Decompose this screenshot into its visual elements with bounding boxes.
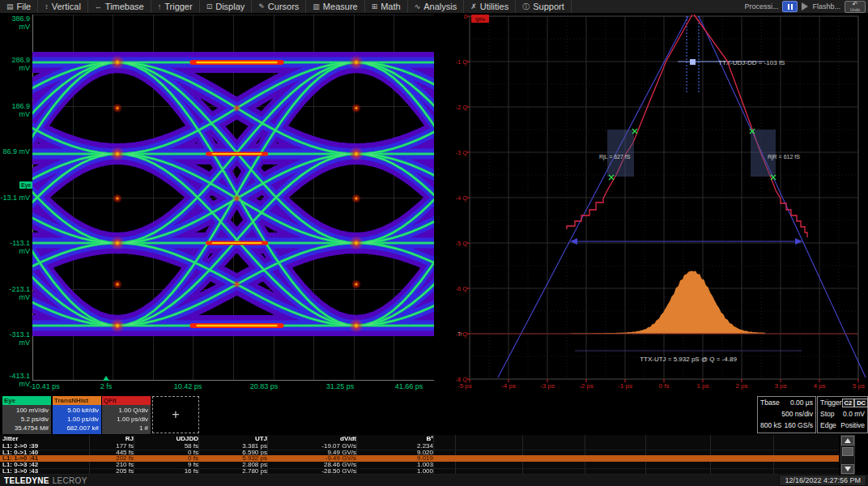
qfit-population: 1 #: [102, 424, 148, 433]
eye-y-axis-label: -113.1 mV: [0, 239, 30, 255]
transnhist-vscale: 5.00 k#/div: [53, 406, 99, 415]
menu-item-label: Analysis: [423, 2, 457, 11]
menu-item-analysis[interactable]: ∿Analysis: [408, 0, 465, 13]
trigger-icon: ↑: [158, 2, 162, 11]
trigger-source-badge: C2: [842, 399, 855, 407]
table-cell: 5.932 ps: [206, 455, 267, 462]
menu-item-label: File: [17, 2, 32, 11]
trigger-marker-label: 2 fs: [100, 382, 113, 390]
table-cell: 9.020: [377, 450, 433, 456]
menu-bar: ▤File↕Vertical↔Timebase↑Trigger⊡Display✎…: [0, 0, 868, 14]
qplot-axis-label: -4 Q: [455, 194, 467, 202]
eye-x-axis-label: -10.41 ps: [29, 382, 60, 390]
table-header-cell: B²: [377, 435, 433, 443]
table-cell: 0 fs: [142, 450, 198, 456]
scroll-up-button[interactable]: [841, 436, 854, 446]
table-row[interactable]: L1: 1->0 :41202 fs0 fs5.932 ps-9.49 GV/s…: [0, 455, 839, 462]
menu-item-label: Utilities: [480, 2, 508, 11]
eye-diagram-plot[interactable]: [32, 15, 434, 381]
play-button play-icon[interactable]: [802, 2, 808, 11]
menu-item-vertical[interactable]: ↕Vertical: [38, 0, 88, 13]
vertical-icon: ↕: [45, 2, 49, 11]
qplot-axis-label: -6 Q: [455, 285, 467, 292]
table-cell: 58 fs: [142, 443, 198, 450]
timebase-icon: ↔: [95, 2, 102, 11]
table-cell: 1.000: [377, 468, 433, 475]
eye-x-axis-label: 10.42 ps: [174, 382, 202, 390]
eye-y-axis-label: 86.9 mV: [0, 147, 30, 156]
rjr-fit-region[interactable]: [751, 130, 776, 177]
add-trace-tile[interactable]: +: [152, 396, 199, 433]
menu-item-label: Vertical: [52, 2, 81, 11]
table-scrollbar[interactable]: [840, 435, 855, 475]
oscilloscope-screen: ▤File↕Vertical↔Timebase↑Trigger⊡Display✎…: [0, 0, 868, 486]
measure-icon: ▥: [313, 2, 320, 11]
menu-item-utilities[interactable]: ✗Utilities: [464, 0, 516, 13]
descriptor-qfit-title: QFit: [102, 396, 151, 405]
table-cell: 445 fs: [77, 450, 134, 456]
arrow-down-icon: [845, 467, 851, 471]
qplot-axis-label: -5 Q: [455, 240, 467, 247]
plus-icon: +: [172, 407, 179, 422]
menu-item-trigger[interactable]: ↑Trigger: [151, 0, 200, 13]
table-cell: -28.50 GV/s: [287, 468, 356, 475]
descriptor-qfit[interactable]: QFit 1.00 Q/div 1.00 ps/div 1 #: [102, 396, 151, 433]
table-cell: 6.590 ps: [206, 450, 267, 456]
undo-button[interactable]: ↶ Undo: [845, 1, 866, 13]
menu-item-label: Measure: [323, 2, 358, 11]
analysis-icon: ∿: [415, 2, 421, 11]
processing-status: Processi...: [744, 2, 778, 11]
menu-item-file[interactable]: ▤File: [0, 0, 38, 13]
qfit-curve-left: [567, 15, 692, 229]
jitter-table: JitterRJUDJDDUTJdV/dtB²L1: 2->0 :39177 f…: [0, 435, 839, 475]
qfit-bathtub-plot[interactable]: 0-1 Q-2 Q-3 Q-4 Q-5 Q-6 Q-7 Q-8 Q-5 ps-4…: [453, 13, 868, 395]
menu-item-label: Math: [381, 2, 400, 11]
file-icon: ▤: [6, 2, 14, 11]
menu-item-support[interactable]: ⓘSupport: [516, 0, 572, 13]
eye-y-axis-label: -13.1 mV: [0, 194, 30, 202]
eye-vscale: 100 mV/div: [2, 406, 49, 415]
qplot-axis-label: 0: [464, 13, 467, 20]
table-cell: 0 fs: [142, 455, 198, 462]
qplot-axis-label: -1 Q: [455, 58, 467, 66]
timebase-samples: 800 kS: [760, 420, 781, 431]
timebase-label: Tbase: [760, 397, 780, 408]
descriptor-transnhist-title: TransNHist: [53, 396, 101, 405]
descriptor-eye[interactable]: Eye 100 mV/div 5.2 ps/div 35.4754 M#: [2, 396, 51, 433]
menu-item-math[interactable]: ⊞Math: [365, 0, 408, 13]
menu-item-display[interactable]: ⊡Display: [200, 0, 253, 13]
trigger-box[interactable]: TriggerC2DC Stop0.0 mV EdgePositive: [817, 396, 868, 433]
scroll-down-button[interactable]: [841, 464, 854, 474]
timebase-box[interactable]: Tbase0.00 µs 500 ns/div 800 kS160 GS/s: [757, 396, 816, 433]
timebase-scale: 500 ns/div: [781, 408, 813, 420]
menu-item-timebase[interactable]: ↔Timebase: [88, 0, 151, 13]
descriptor-eye-title: Eye: [2, 396, 51, 405]
rjl-annotation: RjL = 627 fS: [599, 154, 631, 160]
rjl-fit-region[interactable]: [607, 130, 634, 177]
eye-x-axis-label: 20.83 ps: [250, 382, 279, 390]
menu-item-cursors[interactable]: ✎Cursors: [252, 0, 306, 13]
scrollbar-thumb[interactable]: [842, 447, 853, 456]
descriptor-transnhist[interactable]: TransNHist 5.00 k#/div 1.00 ps/div 682.0…: [53, 396, 101, 433]
table-cell: L1: 1->0 :41: [2, 455, 87, 462]
eye-trace-badge[interactable]: Eye: [19, 181, 32, 189]
timebase-rate: 160 GS/s: [785, 420, 813, 431]
qplot-axis-label: 5 ps: [853, 382, 865, 390]
qplot-axis-label: -4 ps: [501, 382, 516, 390]
table-cell: 2.780 ps: [206, 468, 267, 475]
menu-item-measure[interactable]: ▥Measure: [306, 0, 364, 13]
display-icon: ⊡: [206, 2, 213, 11]
trigger-position-marker[interactable]: [103, 376, 109, 381]
table-header-row: JitterRJUDJDDUTJdV/dtB²: [0, 435, 839, 443]
brand-lecroy: LECROY: [53, 476, 87, 485]
table-cell: L1: 2->0 :39: [2, 443, 87, 450]
rjr-annotation: RjR = 612 fS: [768, 154, 800, 160]
transnhist-hscale: 1.00 ps/div: [53, 415, 99, 424]
udj-marker[interactable]: [690, 59, 696, 65]
trigger-type: Edge: [820, 420, 836, 431]
pause-icon: [791, 4, 793, 10]
qplot-axis-label: -2 Q: [455, 104, 467, 111]
pause-button[interactable]: [782, 1, 798, 12]
support-icon: ⓘ: [522, 2, 530, 12]
table-header-cell: Jitter: [2, 435, 87, 443]
